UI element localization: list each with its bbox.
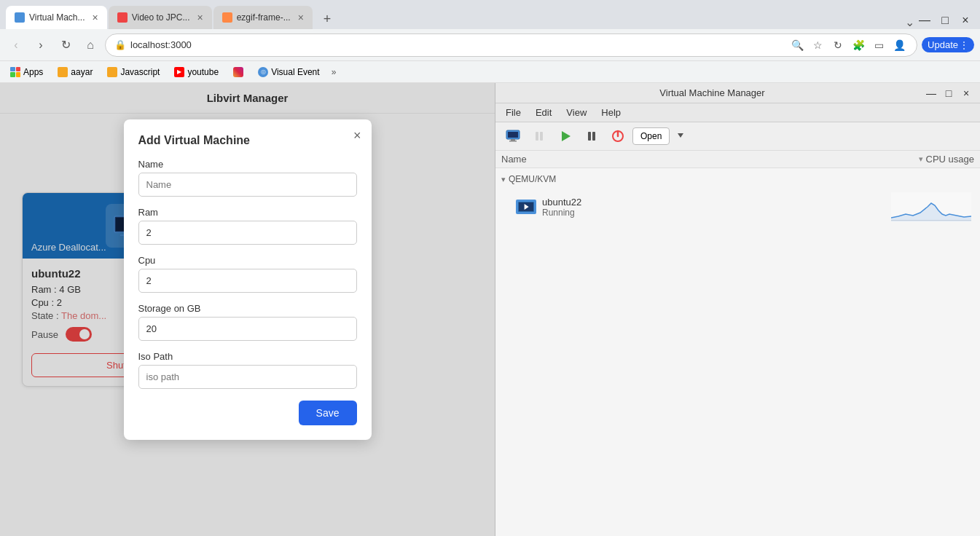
vmm-vm-name: ubuntu22 bbox=[542, 197, 885, 208]
back-button[interactable]: ‹ bbox=[6, 35, 26, 55]
address-bar[interactable]: 🔒 localhost:3000 🔍 ☆ ↻ 🧩 ▭ 👤 bbox=[105, 34, 917, 57]
vmm-play-button[interactable] bbox=[554, 125, 577, 147]
vmm-group-header[interactable]: ▾ QEMU/KVM bbox=[495, 171, 980, 187]
main-area: Libvirt Manager Azure Deallocat... ubunt… bbox=[0, 83, 980, 536]
ram-input[interactable] bbox=[138, 221, 357, 245]
search-address-button[interactable]: 🔍 bbox=[788, 36, 806, 54]
svg-rect-9 bbox=[536, 132, 538, 141]
vmm-column-header: Name ▾ CPU usage bbox=[495, 151, 980, 168]
profile-button[interactable]: 👤 bbox=[890, 36, 908, 54]
vm-play-icon bbox=[525, 204, 529, 210]
navigation-bar: ‹ › ↻ ⌂ 🔒 localhost:3000 🔍 ☆ ↻ 🧩 ▭ 👤 Upd… bbox=[0, 29, 980, 61]
bookmark-instagram[interactable] bbox=[229, 66, 248, 79]
update-chevron-icon: ⋮ bbox=[960, 40, 968, 50]
tab-3[interactable]: ezgif-frame-... × bbox=[213, 6, 313, 29]
tab-2-title: Video to JPC... bbox=[132, 12, 190, 23]
reload-address-button[interactable]: ↻ bbox=[829, 36, 847, 54]
vmm-pause2-button[interactable] bbox=[580, 125, 603, 147]
iso-input[interactable] bbox=[138, 365, 357, 389]
tab-2[interactable]: Video to JPC... × bbox=[109, 6, 212, 29]
bookmark-visual-event[interactable]: ◎ Visual Event bbox=[254, 66, 324, 79]
shutdown-icon bbox=[611, 129, 625, 143]
vmm-new-vm-button[interactable] bbox=[501, 125, 525, 147]
reload-button[interactable]: ↻ bbox=[55, 35, 76, 55]
storage-input[interactable] bbox=[138, 317, 357, 341]
vmm-title: Virtual Machine Manager bbox=[501, 87, 923, 98]
bookmark-javascript[interactable]: Javascript bbox=[103, 66, 164, 79]
address-text: localhost:3000 bbox=[130, 39, 784, 50]
svg-rect-8 bbox=[509, 141, 517, 142]
bookmark-youtube[interactable]: ▶ youtube bbox=[170, 66, 223, 79]
update-button-wrapper[interactable]: Update ⋮ bbox=[922, 37, 974, 52]
storage-field-label: Storage on GB bbox=[138, 303, 357, 314]
vmm-maximize-button[interactable]: □ bbox=[941, 85, 957, 101]
modal-close-button[interactable]: × bbox=[353, 128, 361, 143]
bookmark-youtube-label: youtube bbox=[187, 67, 219, 77]
bookmark-visual-event-label: Visual Event bbox=[271, 67, 320, 77]
vmm-pause-button[interactable] bbox=[528, 125, 551, 147]
svg-rect-12 bbox=[588, 132, 591, 141]
vmm-menu-file[interactable]: File bbox=[498, 105, 528, 120]
tab-1-close[interactable]: × bbox=[92, 12, 98, 23]
svg-marker-11 bbox=[562, 131, 571, 141]
vm-screen-icon bbox=[518, 202, 534, 212]
tab-3-close[interactable]: × bbox=[298, 12, 304, 23]
vmm-dropdown-button[interactable] bbox=[673, 127, 689, 146]
save-button[interactable]: Save bbox=[299, 401, 357, 425]
bookmark-aayar[interactable]: aayar bbox=[53, 66, 97, 79]
name-input[interactable] bbox=[138, 173, 357, 197]
vmm-shutdown-button[interactable] bbox=[606, 125, 630, 147]
vmm-titlebar: Virtual Machine Manager — □ × bbox=[495, 83, 980, 103]
bookmarks-bar: Apps aayar Javascript ▶ youtube ◎ Visual… bbox=[0, 61, 980, 83]
visual-event-icon: ◎ bbox=[258, 67, 268, 77]
browser-maximize-button[interactable]: □ bbox=[936, 12, 954, 29]
bookmark-javascript-label: Javascript bbox=[120, 67, 160, 77]
svg-rect-7 bbox=[511, 139, 515, 141]
tab-1[interactable]: Virtual Mach... × bbox=[6, 6, 107, 29]
vmm-menu-help[interactable]: Help bbox=[594, 105, 628, 120]
new-vm-icon bbox=[506, 129, 520, 143]
vmm-menu-edit[interactable]: Edit bbox=[528, 105, 559, 120]
vmm-panel: Virtual Machine Manager — □ × File Edit … bbox=[495, 83, 980, 536]
modal-title: Add Virtual Machine bbox=[138, 134, 357, 147]
svg-marker-16 bbox=[678, 133, 683, 138]
vmm-minimize-button[interactable]: — bbox=[923, 85, 939, 101]
cpu-usage-label: CPU usage bbox=[926, 154, 974, 165]
cpu-sort-icon: ▾ bbox=[919, 154, 923, 164]
tab-2-close[interactable]: × bbox=[197, 12, 203, 23]
vmm-vm-icon bbox=[516, 200, 536, 214]
svg-rect-10 bbox=[540, 132, 543, 141]
iso-field-group: Iso Path bbox=[138, 351, 357, 389]
cpu-field-label: Cpu bbox=[138, 255, 357, 266]
vmm-qemu-group: ▾ QEMU/KVM ubuntu22 Running bbox=[495, 168, 980, 229]
name-field-group: Name bbox=[138, 159, 357, 197]
play-icon bbox=[558, 129, 573, 143]
vmm-col-name: Name bbox=[501, 154, 919, 165]
home-button[interactable]: ⌂ bbox=[80, 35, 101, 55]
sidebar-toggle-button[interactable]: ▭ bbox=[870, 36, 887, 54]
bookmark-apps-label: Apps bbox=[23, 67, 43, 77]
vmm-open-button[interactable]: Open bbox=[632, 127, 670, 145]
cpu-input[interactable] bbox=[138, 269, 357, 293]
vmm-vm-row[interactable]: ubuntu22 Running bbox=[498, 188, 977, 226]
add-vm-modal: Add Virtual Machine × Name Ram Cpu Stora… bbox=[124, 119, 372, 440]
address-bar-icons: 🔍 ☆ ↻ 🧩 ▭ 👤 bbox=[788, 36, 908, 54]
browser-close-button[interactable]: × bbox=[957, 12, 974, 29]
bookmarks-overflow[interactable]: » bbox=[332, 67, 337, 77]
group-collapse-icon: ▾ bbox=[501, 175, 506, 184]
tab-1-title: Virtual Mach... bbox=[29, 12, 85, 23]
modal-overlay: Add Virtual Machine × Name Ram Cpu Stora… bbox=[0, 83, 495, 536]
forward-button[interactable]: › bbox=[31, 35, 51, 55]
vmm-close-button[interactable]: × bbox=[958, 85, 974, 101]
new-tab-button[interactable]: + bbox=[317, 9, 337, 29]
tab-overflow-button[interactable]: ⌄ bbox=[905, 15, 914, 29]
extensions-button[interactable]: 🧩 bbox=[850, 36, 867, 54]
vmm-menu-view[interactable]: View bbox=[559, 105, 594, 120]
tab-bar: Virtual Mach... × Video to JPC... × ezgi… bbox=[0, 0, 980, 29]
update-label: Update bbox=[928, 39, 958, 50]
cpu-field-group: Cpu bbox=[138, 255, 357, 293]
browser-minimize-button[interactable]: — bbox=[916, 12, 933, 29]
modal-footer: Save bbox=[138, 401, 357, 425]
bookmark-star-button[interactable]: ☆ bbox=[809, 36, 826, 54]
bookmark-apps[interactable]: Apps bbox=[6, 66, 47, 79]
